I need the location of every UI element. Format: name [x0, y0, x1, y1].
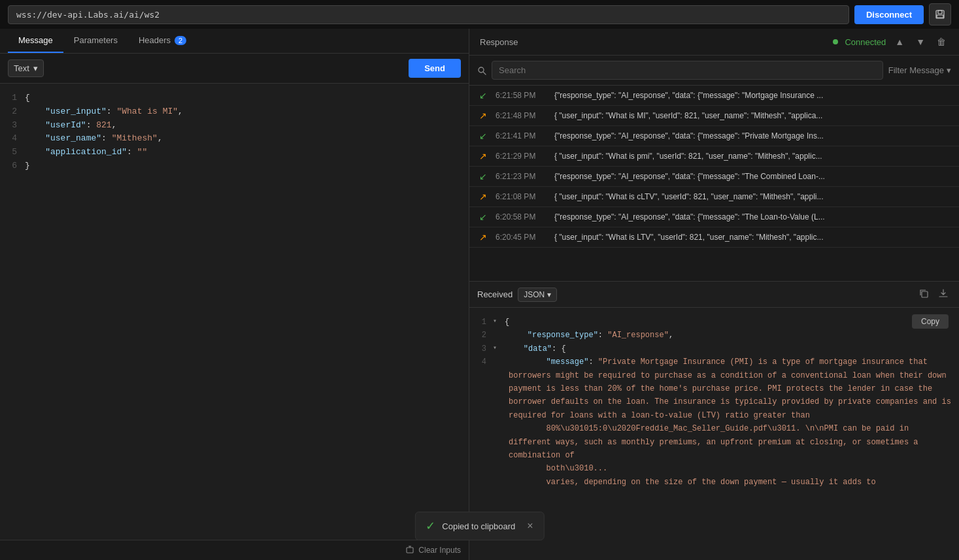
msg-time: 6:21:58 PM [496, 91, 548, 100]
send-button[interactable]: Send [409, 59, 461, 78]
message-row[interactable]: ↙ 6:21:41 PM {"response_type": "AI_respo… [469, 126, 959, 146]
toggle-icon[interactable]: ▾ [493, 316, 497, 327]
msg-content: {"response_type": "AI_response", "data":… [554, 172, 951, 181]
svg-rect-1 [938, 10, 942, 14]
tabs: Message Parameters Headers 2 [0, 29, 469, 54]
headers-badge: 2 [175, 36, 186, 45]
outgoing-arrow-icon: ↗ [477, 151, 489, 161]
clear-inputs-label: Clear Inputs [418, 546, 461, 555]
svg-rect-8 [922, 291, 928, 297]
msg-time: 6:21:41 PM [496, 131, 548, 140]
incoming-arrow-icon: ↙ [477, 171, 489, 182]
msg-content: {"response_type": "AI_response", "data":… [554, 131, 951, 140]
tab-parameters[interactable]: Parameters [63, 29, 128, 53]
json-line-1: 1 ▾ { [475, 316, 954, 329]
clear-icon [405, 546, 414, 555]
code-editor[interactable]: 1 { 2 "user_input": "What is MI", 3 "use… [0, 84, 469, 540]
message-row[interactable]: ↗ 6:21:48 PM { "user_input": "What is MI… [469, 106, 959, 126]
code-line-4: 4 "user_name": "Mithesh", [5, 132, 463, 146]
msg-content: { "user_input": "What is cLTV", "userId"… [554, 192, 951, 201]
delete-button[interactable]: 🗑 [934, 35, 949, 48]
detail-icons [916, 287, 951, 302]
search-bar: Filter Message ▾ [469, 56, 959, 86]
msg-time: 6:21:29 PM [496, 152, 548, 161]
toast-close-button[interactable]: × [527, 520, 533, 532]
message-list[interactable]: ↙ 6:21:58 PM {"response_type": "AI_respo… [469, 86, 959, 282]
scroll-up-button[interactable]: ▲ [892, 35, 907, 48]
connected-label: Connected [845, 37, 886, 47]
left-panel: Message Parameters Headers 2 Text ▾ Send… [0, 29, 469, 560]
json-line-4: 4 "message": "Private Mortgage Insurance… [475, 355, 954, 489]
tab-message[interactable]: Message [8, 29, 63, 53]
chevron-down-icon: ▾ [547, 290, 551, 299]
svg-rect-3 [407, 548, 413, 553]
svg-line-7 [484, 72, 486, 74]
message-row[interactable]: ↙ 6:21:58 PM {"response_type": "AI_respo… [469, 86, 959, 106]
svg-point-6 [479, 67, 484, 73]
editor-toolbar: Text ▾ Send [0, 54, 469, 84]
json-line-3: 3 ▾ "data": { [475, 342, 954, 355]
main-layout: Message Parameters Headers 2 Text ▾ Send… [0, 29, 959, 560]
response-title: Response [480, 37, 518, 47]
url-display: wss://dev-api.Labs.ai/ai/ws2 [8, 5, 849, 24]
connected-indicator [833, 39, 838, 44]
code-line-3: 3 "userId": 821, [5, 119, 463, 133]
message-row[interactable]: ↗ 6:21:29 PM { "user_input": "What is pm… [469, 146, 959, 167]
toast-message: Copied to clipboard [442, 521, 515, 531]
copy-button[interactable]: Copy [912, 314, 949, 329]
outgoing-arrow-icon: ↗ [477, 110, 489, 121]
tab-headers[interactable]: Headers 2 [128, 29, 197, 53]
message-row[interactable]: ↗ 6:21:08 PM { "user_input": "What is cL… [469, 187, 959, 207]
code-line-6: 6 } [5, 159, 463, 173]
msg-content: {"response_type": "AI_response", "data":… [554, 212, 951, 222]
copy-icon-button[interactable] [916, 287, 932, 302]
msg-time: 6:21:08 PM [496, 192, 548, 201]
response-actions: Connected ▲ ▼ 🗑 [833, 35, 949, 48]
outgoing-arrow-icon: ↗ [477, 232, 489, 242]
outgoing-arrow-icon: ↗ [477, 191, 489, 202]
clipboard-toast: ✓ Copied to clipboard × [414, 512, 544, 540]
svg-rect-0 [936, 10, 944, 18]
right-panel: Response Connected ▲ ▼ 🗑 Filter Message … [469, 29, 959, 560]
editor-bottom[interactable]: Clear Inputs [0, 540, 469, 560]
top-bar: wss://dev-api.Labs.ai/ai/ws2 Disconnect [0, 0, 959, 29]
chevron-down-icon: ▾ [33, 63, 38, 73]
search-input[interactable] [492, 61, 883, 80]
msg-content: { "user_input": "What is pmi", "userId":… [554, 152, 951, 161]
incoming-arrow-icon: ↙ [477, 212, 489, 222]
svg-rect-2 [937, 15, 943, 18]
save-icon-button[interactable] [929, 3, 951, 25]
msg-time: 6:20:58 PM [496, 212, 548, 222]
response-header: Response Connected ▲ ▼ 🗑 [469, 29, 959, 56]
format-select[interactable]: JSON ▾ [518, 288, 557, 302]
received-label: Received [477, 289, 513, 299]
type-select[interactable]: Text ▾ [8, 59, 44, 77]
code-line-1: 1 { [5, 91, 463, 105]
download-icon-button[interactable] [935, 287, 951, 302]
detail-header: Received JSON ▾ [469, 282, 959, 308]
toast-check-icon: ✓ [426, 519, 435, 533]
incoming-arrow-icon: ↙ [477, 90, 489, 101]
msg-time: 6:21:23 PM [496, 172, 548, 181]
incoming-arrow-icon: ↙ [477, 131, 489, 141]
msg-content: {"response_type": "AI_response", "data":… [554, 91, 951, 100]
code-line-5: 5 "application_id": "" [5, 146, 463, 159]
msg-time: 6:21:48 PM [496, 111, 548, 120]
msg-content: { "user_input": "What is MI", "userId": … [554, 111, 951, 120]
code-line-2: 2 "user_input": "What is MI", [5, 105, 463, 119]
msg-time: 6:20:45 PM [496, 233, 548, 242]
message-row[interactable]: ↙ 6:21:23 PM {"response_type": "AI_respo… [469, 167, 959, 187]
search-icon [477, 66, 486, 75]
chevron-down-icon: ▾ [947, 65, 951, 75]
message-row[interactable]: ↙ 6:20:58 PM {"response_type": "AI_respo… [469, 207, 959, 227]
disconnect-button[interactable]: Disconnect [854, 5, 924, 24]
msg-content: { "user_input": "What is LTV", "userId":… [554, 233, 951, 242]
json-line-2: 2 "response_type": "AI_response", [475, 329, 954, 342]
message-row[interactable]: ↗ 6:20:45 PM { "user_input": "What is LT… [469, 227, 959, 248]
filter-message-dropdown[interactable]: Filter Message ▾ [888, 65, 951, 75]
scroll-down-button[interactable]: ▼ [913, 35, 928, 48]
toggle-icon[interactable]: ▾ [493, 342, 497, 354]
